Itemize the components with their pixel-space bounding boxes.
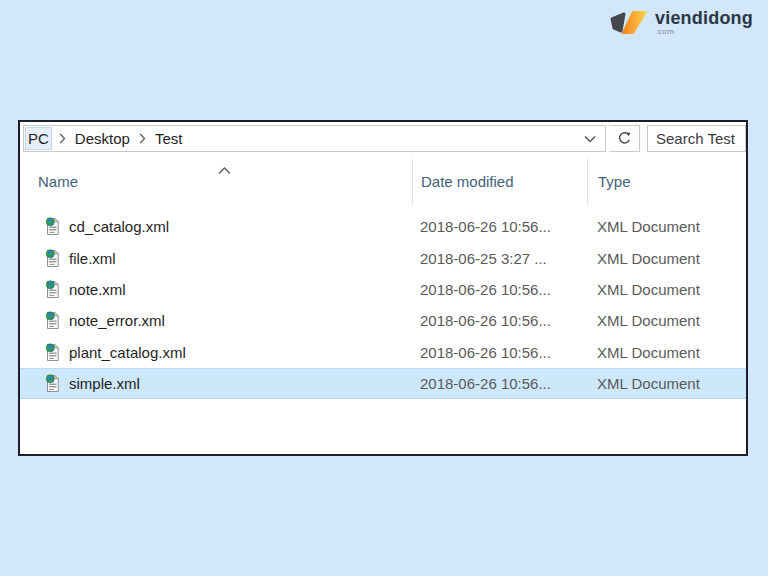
breadcrumb-item-test[interactable]: Test [153, 130, 185, 147]
file-name: plant_catalog.xml [69, 344, 186, 361]
xml-document-icon [44, 311, 60, 330]
brand-tld: .com [655, 28, 753, 36]
file-explorer-window: PC Desktop Test Na [18, 120, 748, 456]
file-row[interactable]: file.xml 2018-06-25 3:27 ... XML Documen… [20, 242, 746, 273]
column-header-name[interactable]: Name [20, 158, 412, 205]
address-dropdown-icon[interactable] [575, 126, 605, 151]
file-list: cd_catalog.xml 2018-06-26 10:56... XML D… [20, 211, 746, 399]
file-name: cd_catalog.xml [69, 218, 169, 235]
file-date-modified: 2018-06-26 10:56... [412, 312, 587, 329]
sort-ascending-icon [218, 161, 231, 178]
explorer-toolbar: PC Desktop Test [20, 122, 746, 155]
file-date-modified: 2018-06-25 3:27 ... [412, 250, 587, 267]
file-name: simple.xml [69, 375, 140, 392]
xml-document-icon [44, 280, 60, 299]
file-type: XML Document [587, 312, 746, 329]
file-row[interactable]: simple.xml 2018-06-26 10:56... XML Docum… [20, 368, 746, 399]
column-headers: Name Date modified Type [20, 158, 746, 205]
file-type: XML Document [587, 281, 746, 298]
brand-logo: viendidong .com [608, 9, 753, 37]
file-type: XML Document [587, 218, 746, 235]
column-header-date-modified[interactable]: Date modified [412, 158, 587, 205]
brand-logo-icon [608, 9, 648, 37]
file-date-modified: 2018-06-26 10:56... [412, 344, 587, 361]
xml-document-icon [44, 374, 60, 393]
brand-name: viendidong [655, 9, 753, 27]
address-bar[interactable]: PC Desktop Test [23, 125, 606, 152]
file-date-modified: 2018-06-26 10:56... [412, 281, 587, 298]
xml-document-icon [44, 217, 60, 236]
refresh-icon [617, 131, 632, 146]
file-type: XML Document [587, 250, 746, 267]
file-row[interactable]: plant_catalog.xml 2018-06-26 10:56... XM… [20, 337, 746, 368]
search-input[interactable] [648, 126, 745, 151]
file-date-modified: 2018-06-26 10:56... [412, 218, 587, 235]
refresh-button[interactable] [609, 125, 640, 152]
column-header-type[interactable]: Type [587, 158, 746, 205]
file-name: file.xml [69, 250, 116, 267]
breadcrumb-item-pc[interactable]: PC [25, 127, 52, 150]
file-name: note.xml [69, 281, 126, 298]
xml-document-icon [44, 343, 60, 362]
file-row[interactable]: cd_catalog.xml 2018-06-26 10:56... XML D… [20, 211, 746, 242]
breadcrumb-item-desktop[interactable]: Desktop [73, 130, 132, 147]
breadcrumb-chevron-icon [52, 133, 73, 144]
file-row[interactable]: note_error.xml 2018-06-26 10:56... XML D… [20, 305, 746, 336]
xml-document-icon [44, 249, 60, 268]
search-box[interactable] [647, 125, 746, 152]
file-type: XML Document [587, 344, 746, 361]
file-type: XML Document [587, 375, 746, 392]
file-date-modified: 2018-06-26 10:56... [412, 375, 587, 392]
breadcrumb-chevron-icon [132, 133, 153, 144]
file-name: note_error.xml [69, 312, 165, 329]
file-row[interactable]: note.xml 2018-06-26 10:56... XML Documen… [20, 274, 746, 305]
